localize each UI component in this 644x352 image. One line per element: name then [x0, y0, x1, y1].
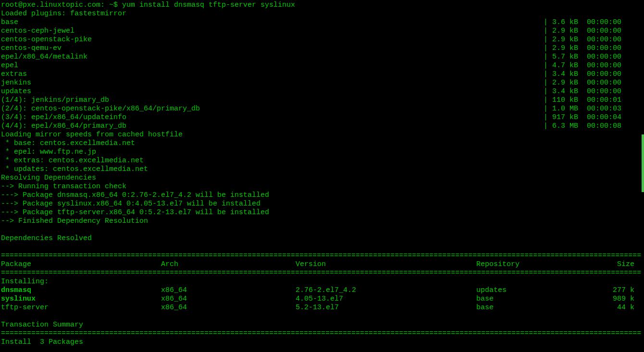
repo-row: extras| 3.4 kB 00:00:00	[1, 70, 643, 79]
dependency-line: --> Finished Dependency Resolution	[1, 217, 643, 226]
repo-stats: | 2.9 kB 00:00:00	[544, 79, 643, 87]
package-row: dnsmasqx86_642.76-2.el7_4.2updates277 k	[1, 286, 643, 295]
table-divider: ========================================…	[1, 269, 643, 278]
dependency-line: --> Running transaction check	[1, 182, 643, 191]
repo-row: centos-openstack-pike| 2.9 kB 00:00:00	[1, 36, 643, 44]
repo-stats: | 2.9 kB 00:00:00	[544, 27, 643, 36]
repo-stats: | 3.6 kB 00:00:00	[544, 18, 643, 27]
command-text: yum install dnsmasq tftp-server syslinux	[118, 1, 295, 9]
mirror-line: * base: centos.excellmedia.net	[1, 139, 643, 148]
repo-name: epel/x86_64/metalink	[1, 53, 544, 61]
blank-line	[1, 312, 643, 321]
repo-row: jenkins| 2.9 kB 00:00:00	[1, 79, 643, 87]
prompt-line: root@pxe.linuxtopic.com: ~$ yum install …	[1, 1, 643, 10]
repo-row: centos-ceph-jewel| 2.9 kB 00:00:00	[1, 27, 643, 36]
mirror-line: * updates: centos.excellmedia.net	[1, 165, 643, 174]
package-name: tftp-server	[1, 303, 161, 312]
repo-name: centos-ceph-jewel	[1, 27, 544, 36]
repo-stats: | 5.7 kB 00:00:00	[544, 53, 643, 61]
repo-row: (2/4): centos-openstack-pike/x86_64/prim…	[1, 105, 643, 113]
repo-row: updates| 3.4 kB 00:00:00	[1, 87, 643, 96]
blank-line	[1, 243, 643, 252]
package-size: 989 k	[596, 295, 643, 303]
package-name: syslinux	[1, 295, 161, 303]
repo-stats: | 2.9 kB 00:00:00	[544, 44, 643, 53]
blank-line	[1, 226, 643, 234]
repo-row: epel| 4.7 kB 00:00:00	[1, 61, 643, 70]
repo-name: jenkins	[1, 79, 544, 87]
repo-name: base	[1, 18, 544, 27]
header-size: Size	[596, 260, 643, 269]
table-divider: ========================================…	[1, 329, 643, 338]
prompt-user: root@pxe.linuxtopic.com: ~$	[1, 1, 118, 9]
repo-stats: | 110 kB 00:00:01	[544, 96, 643, 105]
dependency-line: ---> Package dnsmasq.x86_64 0:2.76-2.el7…	[1, 191, 643, 200]
repo-row: centos-qemu-ev| 2.9 kB 00:00:00	[1, 44, 643, 53]
install-count: Install 3 Packages	[1, 338, 643, 347]
repo-name: centos-qemu-ev	[1, 44, 544, 53]
package-size: 277 k	[596, 286, 643, 295]
header-package: Package	[1, 260, 161, 269]
package-repo: base	[476, 303, 596, 312]
package-repo: updates	[476, 286, 596, 295]
repo-row: (3/4): epel/x86_64/updateinfo| 917 kB 00…	[1, 113, 643, 122]
repo-row: (1/4): jenkins/primary_db| 110 kB 00:00:…	[1, 96, 643, 105]
package-repo: base	[476, 295, 596, 303]
header-arch: Arch	[161, 260, 296, 269]
package-arch: x86_64	[161, 295, 296, 303]
mirror-speeds: Loading mirror speeds from cached hostfi…	[1, 131, 643, 139]
header-version: Version	[296, 260, 476, 269]
transaction-summary: Transaction Summary	[1, 321, 643, 329]
repo-stats: | 2.9 kB 00:00:00	[544, 36, 643, 44]
repo-name: (3/4): epel/x86_64/updateinfo	[1, 113, 544, 122]
repo-row: (4/4): epel/x86_64/primary_db| 6.3 MB 00…	[1, 122, 643, 131]
mirror-line: * epel: www.ftp.ne.jp	[1, 148, 643, 157]
package-row: tftp-serverx86_645.2-13.el7base44 k	[1, 303, 643, 312]
resolving-deps: Resolving Dependencies	[1, 174, 643, 182]
repo-stats: | 4.7 kB 00:00:00	[544, 61, 643, 70]
repo-name: (4/4): epel/x86_64/primary_db	[1, 122, 544, 131]
header-repo: Repository	[476, 260, 596, 269]
scrollbar-thumb[interactable]	[642, 134, 644, 192]
package-version: 4.05-13.el7	[296, 295, 476, 303]
package-arch: x86_64	[161, 303, 296, 312]
package-size: 44 k	[596, 303, 643, 312]
package-name: dnsmasq	[1, 286, 161, 295]
repo-stats: | 917 kB 00:00:04	[544, 113, 643, 122]
repo-row: base| 3.6 kB 00:00:00	[1, 18, 643, 27]
repo-name: centos-openstack-pike	[1, 36, 544, 44]
package-row: syslinuxx86_644.05-13.el7base989 k	[1, 295, 643, 303]
repo-row: epel/x86_64/metalink| 5.7 kB 00:00:00	[1, 53, 643, 61]
repo-stats: | 3.4 kB 00:00:00	[544, 70, 643, 79]
dependency-line: ---> Package syslinux.x86_64 0:4.05-13.e…	[1, 200, 643, 208]
loaded-plugins: Loaded plugins: fastestmirror	[1, 10, 643, 18]
package-version: 5.2-13.el7	[296, 303, 476, 312]
table-header-row: Package Arch Version Repository Size	[1, 260, 643, 269]
repo-name: (1/4): jenkins/primary_db	[1, 96, 544, 105]
repo-name: epel	[1, 61, 544, 70]
repo-name: (2/4): centos-openstack-pike/x86_64/prim…	[1, 105, 544, 113]
dependency-line: ---> Package tftp-server.x86_64 0:5.2-13…	[1, 208, 643, 217]
deps-resolved: Dependencies Resolved	[1, 234, 643, 243]
table-divider: ========================================…	[1, 252, 643, 260]
repo-name: updates	[1, 87, 544, 96]
repo-stats: | 6.3 MB 00:00:08	[544, 122, 643, 131]
mirror-line: * extras: centos.excellmedia.net	[1, 157, 643, 165]
installing-label: Installing:	[1, 278, 643, 286]
repo-stats: | 1.0 MB 00:00:03	[544, 105, 643, 113]
package-arch: x86_64	[161, 286, 296, 295]
package-version: 2.76-2.el7_4.2	[296, 286, 476, 295]
repo-stats: | 3.4 kB 00:00:00	[544, 87, 643, 96]
repo-name: extras	[1, 70, 544, 79]
